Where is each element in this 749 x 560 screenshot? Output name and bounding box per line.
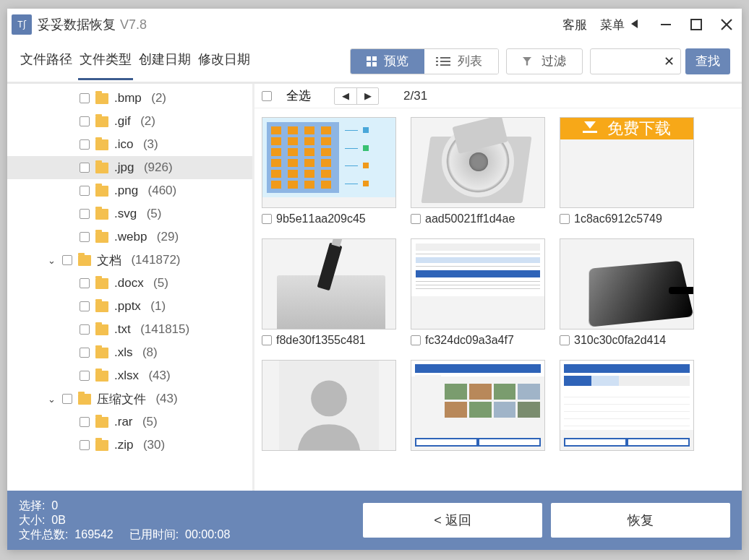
thumbnail-image[interactable]: [411, 238, 545, 329]
tree-checkbox[interactable]: [80, 348, 90, 358]
app-logo: Tʃ: [12, 14, 32, 35]
folder-icon: [95, 440, 108, 451]
thumbnail-cell[interactable]: [262, 360, 396, 451]
close-button[interactable]: [711, 9, 742, 40]
folder-icon: [95, 139, 108, 150]
thumbnail-cell[interactable]: 免费下载1c8ac6912c5749: [560, 117, 694, 225]
filter-tabs: 文件路径 文件类型 创建日期 修改日期: [19, 45, 252, 78]
sidebar-item[interactable]: .pptx (1): [7, 295, 252, 318]
folder-icon: [78, 394, 91, 405]
thumbnail-image[interactable]: [262, 238, 396, 329]
thumbnail-image[interactable]: [411, 360, 545, 451]
tree-checkbox[interactable]: [80, 278, 90, 288]
thumbnail-checkbox[interactable]: [262, 214, 272, 224]
tree-label: .gif: [114, 114, 131, 129]
minimize-button[interactable]: [651, 9, 681, 40]
thumbnail-image[interactable]: 免费下载: [560, 117, 694, 208]
sidebar-item[interactable]: .bmp (2): [7, 87, 252, 110]
folder-icon: [95, 163, 108, 173]
tree-checkbox[interactable]: [80, 209, 90, 219]
thumbnail-image[interactable]: [411, 117, 545, 208]
sidebar-item[interactable]: .docx (5): [7, 272, 252, 295]
caret-icon: ⌄: [48, 255, 58, 266]
sidebar-item[interactable]: .zip (30): [7, 434, 252, 457]
thumbnail-cell[interactable]: fc324dc09a3a4f7: [411, 238, 545, 347]
tree-checkbox[interactable]: [80, 93, 90, 103]
folder-icon: [95, 232, 108, 243]
tab-path[interactable]: 文件路径: [19, 45, 74, 78]
tree-checkbox[interactable]: [80, 324, 90, 335]
tree-count: (141872): [131, 253, 180, 267]
tree-checkbox[interactable]: [80, 232, 90, 242]
folder-icon: [95, 209, 108, 220]
support-link[interactable]: 客服: [562, 17, 587, 33]
next-page-button[interactable]: ▶: [356, 88, 378, 104]
sidebar-item[interactable]: ⌄文档 (141872): [7, 249, 252, 272]
tree-label: .svg: [114, 207, 137, 221]
sidebar-item[interactable]: .xls (8): [7, 341, 252, 364]
thumbnail-checkbox[interactable]: [411, 335, 421, 345]
sidebar-item[interactable]: .jpg (926): [7, 156, 252, 179]
thumbnail-grid[interactable]: 9b5e11aa209c45aad50021ff1d4ae免费下载1c8ac69…: [254, 108, 742, 491]
sidebar-scroll[interactable]: .bmp (2).gif (2).ico (3).jpg (926).png (…: [7, 87, 252, 491]
thumbnail-filename: aad50021ff1d4ae: [425, 212, 545, 225]
sidebar-item[interactable]: .gif (2): [7, 110, 252, 133]
app-window: Tʃ 妥妥数据恢复 V7.8 客服 菜单 文件路径 文件类型 创建日期 修改日期…: [7, 9, 742, 550]
thumbnail-cell[interactable]: aad50021ff1d4ae: [411, 117, 545, 225]
thumbnail-image[interactable]: [560, 360, 694, 451]
tree-checkbox[interactable]: [80, 116, 90, 126]
thumbnail-cell[interactable]: 310c30c0fa2d414: [560, 238, 694, 347]
thumbnail-checkbox[interactable]: [262, 335, 272, 345]
thumbnail-image[interactable]: [560, 238, 694, 329]
tree-checkbox[interactable]: [62, 255, 72, 265]
tree-checkbox[interactable]: [80, 440, 90, 450]
tab-type[interactable]: 文件类型: [78, 45, 133, 80]
maximize-button[interactable]: [681, 9, 711, 40]
svg-rect-1: [691, 20, 701, 30]
sidebar-item[interactable]: .txt (141815): [7, 318, 252, 341]
sidebar-item[interactable]: .xlsx (43): [7, 364, 252, 387]
tree-checkbox[interactable]: [80, 301, 90, 311]
list-view-button[interactable]: 列表: [424, 49, 498, 74]
thumbnail-checkbox[interactable]: [560, 214, 570, 224]
tab-modified[interactable]: 修改日期: [197, 45, 252, 78]
thumbnail-filename: 9b5e11aa209c45: [276, 212, 396, 225]
tree-checkbox[interactable]: [80, 417, 90, 427]
thumbnail-cell[interactable]: [560, 360, 694, 451]
sidebar-item[interactable]: ⌄压缩文件 (43): [7, 387, 252, 410]
thumbnail-checkbox[interactable]: [560, 335, 570, 345]
back-button[interactable]: < 返回: [363, 503, 542, 538]
tab-created[interactable]: 创建日期: [137, 45, 192, 78]
sidebar-item[interactable]: .ico (3): [7, 133, 252, 156]
find-button[interactable]: 查找: [685, 48, 730, 74]
tree-checkbox[interactable]: [62, 394, 72, 404]
sidebar-item[interactable]: .png (460): [7, 179, 252, 202]
tree-count: (1): [150, 299, 166, 314]
tree-label: .jpg: [114, 160, 134, 175]
clear-search-icon[interactable]: ✕: [664, 53, 675, 69]
thumbnail-cell[interactable]: 9b5e11aa209c45: [262, 117, 396, 225]
select-all-checkbox[interactable]: [262, 91, 272, 101]
menu-button[interactable]: 菜单: [600, 17, 638, 33]
tree-checkbox[interactable]: [80, 139, 90, 150]
preview-view-button[interactable]: 预览: [351, 49, 424, 74]
filter-button[interactable]: 过滤: [506, 48, 583, 74]
tree-checkbox[interactable]: [80, 371, 90, 381]
thumbnail-checkbox[interactable]: [411, 214, 421, 224]
search-box[interactable]: ✕: [590, 48, 681, 74]
sidebar-item[interactable]: .rar (5): [7, 410, 252, 434]
folder-icon: [78, 255, 91, 266]
recover-button[interactable]: 恢复: [551, 503, 730, 538]
tree-checkbox[interactable]: [80, 163, 90, 173]
titlebar: Tʃ 妥妥数据恢复 V7.8 客服 菜单: [7, 9, 742, 40]
search-input[interactable]: [596, 55, 664, 67]
thumbnail-image[interactable]: [262, 360, 396, 451]
thumbnail-image[interactable]: [262, 117, 396, 208]
sidebar-item[interactable]: .svg (5): [7, 202, 252, 225]
prev-page-button[interactable]: ◀: [335, 88, 356, 104]
sidebar-item[interactable]: .webp (29): [7, 225, 252, 249]
folder-icon: [95, 186, 108, 197]
tree-checkbox[interactable]: [80, 186, 90, 196]
thumbnail-cell[interactable]: f8de30f1355c481: [262, 238, 396, 347]
thumbnail-cell[interactable]: [411, 360, 545, 451]
